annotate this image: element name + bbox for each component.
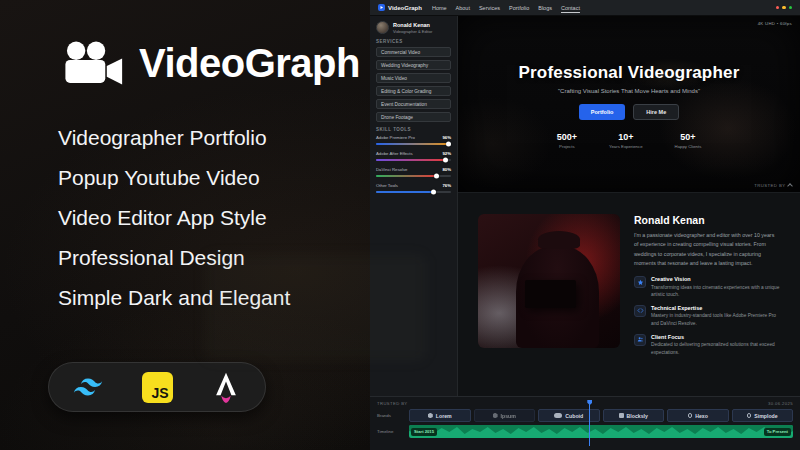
feature-line: Video Editor App Style	[58, 206, 290, 230]
waveform-graphic	[409, 425, 793, 438]
about-paragraph: I'm a passionate videographer and editor…	[634, 231, 780, 268]
photo-camera-shape	[525, 280, 576, 308]
skill-value: 80%	[442, 167, 451, 172]
skill-after-effects: Adobe After Effects 92%	[376, 151, 451, 161]
skill-value: 96%	[442, 135, 451, 140]
circle-icon	[747, 413, 752, 418]
nav-brand-link[interactable]: VideoGraph	[378, 4, 422, 11]
skill-slider[interactable]	[376, 143, 451, 146]
service-item-commercial-video[interactable]: Commercial Video	[376, 47, 451, 57]
nav-link-contact[interactable]: Contact	[561, 5, 580, 11]
skill-name: DaVinci Resolve	[376, 167, 407, 172]
skill-value: 76%	[442, 183, 451, 188]
site-preview-window: VideoGraph Home About Services Portfolio…	[370, 0, 800, 450]
nav-links: Home About Services Portfolio Blogs Cont…	[432, 5, 580, 11]
tailwind-icon	[71, 370, 105, 404]
nav-brand-label: VideoGraph	[388, 5, 422, 11]
feature-line: Professional Design	[58, 246, 290, 270]
site-main: 4K UHD • 60fps Professional Videographer…	[458, 16, 800, 396]
square-icon	[619, 413, 624, 418]
skill-premiere-pro: Adobe Premiere Pro 96%	[376, 135, 451, 145]
nav-link-about[interactable]: About	[456, 5, 470, 11]
window-close-button[interactable]	[776, 6, 780, 10]
photo-cap-shape	[538, 231, 581, 248]
tech-stack-pill: JS	[48, 362, 266, 412]
editor-timeline-panel: TRUSTED BY 30.06.2025 Brands Lorem Ipsum	[370, 396, 800, 450]
skill-slider[interactable]	[376, 175, 451, 178]
site-body: Ronald Kenan Videographer & Editor SERVI…	[370, 16, 800, 396]
window-maximize-button[interactable]	[789, 6, 793, 10]
chevron-up-icon	[787, 183, 793, 189]
skill-value: 92%	[442, 151, 451, 156]
stat-projects: 500+ Projects	[557, 132, 577, 149]
timeline-end-badge: To Present	[764, 428, 791, 436]
skill-name: Adobe After Effects	[376, 151, 413, 156]
playhead-handle[interactable]	[589, 403, 590, 446]
brand-title: VideoGraph	[139, 41, 360, 86]
hexagon-icon	[428, 413, 433, 419]
window-minimize-button[interactable]	[782, 6, 786, 10]
timeline-row-label: Timeline	[377, 429, 405, 434]
skill-slider[interactable]	[376, 159, 451, 162]
star-icon	[634, 276, 646, 288]
nav-link-services[interactable]: Services	[479, 5, 500, 11]
service-item-wedding-videography[interactable]: Wedding Videography	[376, 60, 451, 70]
service-item-drone-footage[interactable]: Drone Footage	[376, 112, 451, 122]
video-specs-badge: 4K UHD • 60fps	[758, 21, 792, 26]
feature-client-focus: Client Focus Dedicated to delivering per…	[634, 334, 780, 356]
hero-subtitle: "Crafting Visual Stories That Move Heart…	[558, 88, 700, 94]
feature-technical-expertise: Technical Expertise Mastery in industry-…	[634, 305, 780, 327]
feature-line: Popup Youtube Video	[58, 166, 290, 190]
nav-link-home[interactable]: Home	[432, 5, 447, 11]
brand-pill-blocksly: Blocksly	[603, 409, 665, 422]
profile-name: Ronald Kenan	[393, 22, 432, 28]
brands-row: Brands Lorem Ipsum Cuboid	[377, 409, 793, 422]
service-item-music-video[interactable]: Music Video	[376, 73, 451, 83]
hero-title: Professional Videographer	[518, 63, 739, 83]
timeline-scrubber[interactable]: Start 2015 To Present	[409, 425, 793, 438]
brand-pill-simplode: Simplode	[732, 409, 794, 422]
skill-slider[interactable]	[376, 191, 451, 194]
feature-line: Simple Dark and Elegant	[58, 286, 290, 310]
window-controls	[776, 6, 793, 10]
hero-section: 4K UHD • 60fps Professional Videographer…	[458, 16, 800, 192]
trusted-by-corner-label: TRUSTED BY	[754, 183, 792, 188]
video-camera-icon	[62, 40, 124, 86]
oval-icon	[554, 413, 562, 418]
stat-years-experience: 10+ Years Experience	[609, 132, 643, 149]
play-icon	[378, 4, 385, 11]
astro-icon	[209, 370, 243, 404]
videographer-photo	[478, 214, 620, 348]
profile-role: Videographer & Editor	[393, 29, 432, 34]
hire-me-button[interactable]: Hire Me	[633, 104, 679, 120]
hero-stats: 500+ Projects 10+ Years Experience 50+ H…	[557, 132, 702, 149]
stat-happy-clients: 50+ Happy Clients	[675, 132, 702, 149]
hero-buttons: Portfolio Hire Me	[579, 104, 679, 120]
service-item-editing-color-grading[interactable]: Editing & Color Grading	[376, 86, 451, 96]
nav-link-blogs[interactable]: Blogs	[538, 5, 552, 11]
nav-link-portfolio[interactable]: Portfolio	[509, 5, 529, 11]
code-icon	[634, 305, 646, 317]
screenshot-canvas: VideoGraph Videographer Portfolio Popup …	[0, 0, 800, 450]
profile-card: Ronald Kenan Videographer & Editor	[376, 21, 451, 34]
services-section-label: SERVICES	[376, 39, 451, 44]
about-content: Ronald Kenan I'm a passionate videograph…	[634, 214, 780, 386]
brand-pill-ipsum: Ipsum	[474, 409, 536, 422]
promo-panel: VideoGraph Videographer Portfolio Popup …	[0, 0, 370, 450]
timeline-date: 30.06.2025	[768, 401, 793, 406]
portfolio-button[interactable]: Portfolio	[579, 104, 626, 120]
timeline-row: Timeline Start 2015 To Present	[377, 425, 793, 438]
about-heading: Ronald Kenan	[634, 214, 780, 226]
feature-line: Videographer Portfolio	[58, 126, 290, 150]
timeline-start-badge: Start 2015	[411, 428, 437, 436]
skill-davinci-resolve: DaVinci Resolve 80%	[376, 167, 451, 177]
trusted-by-label: TRUSTED BY	[377, 401, 408, 406]
site-navbar: VideoGraph Home About Services Portfolio…	[370, 0, 800, 16]
service-item-event-documentation[interactable]: Event Documentation	[376, 99, 451, 109]
brand-pill-lorem: Lorem	[409, 409, 471, 422]
brand-pill-hexo: Hexo	[667, 409, 729, 422]
hexagon-icon	[493, 413, 498, 419]
feature-list: Videographer Portfolio Popup Youtube Vid…	[58, 126, 290, 310]
skill-other-tools: Other Tools 76%	[376, 183, 451, 193]
avatar	[376, 21, 389, 34]
